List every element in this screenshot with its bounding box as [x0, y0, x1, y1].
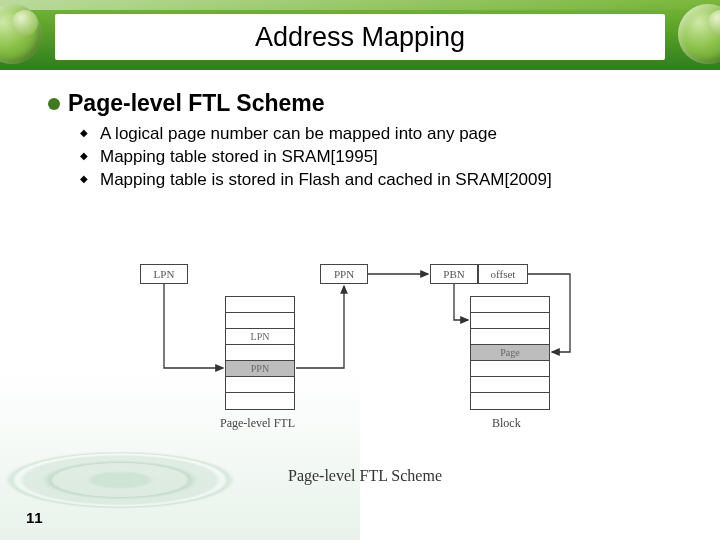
table-row [471, 329, 549, 345]
diagram-caption: Page-level FTL Scheme [130, 467, 600, 485]
decoration-right [678, 4, 720, 64]
page-number: 11 [26, 509, 43, 526]
slide-header: Address Mapping [0, 0, 720, 72]
pbn-box: PBN [430, 264, 478, 284]
section-title: Page-level FTL Scheme [68, 90, 325, 117]
table-row: Page [471, 345, 549, 361]
table-row [226, 297, 294, 313]
block-table-label: Block [492, 416, 521, 431]
table-row [471, 361, 549, 377]
ftl-table: LPN PPN [225, 296, 295, 410]
decoration-left [0, 4, 42, 64]
content-area: Page-level FTL Scheme A logical page num… [48, 90, 680, 192]
table-row: PPN [226, 361, 294, 377]
bullet-item: A logical page number can be mapped into… [80, 123, 680, 146]
ftl-diagram: LPN PPN PBN offset LPN PPN Page-level FT… [130, 260, 600, 485]
lpn-box: LPN [140, 264, 188, 284]
table-row [471, 377, 549, 393]
bullet-list: A logical page number can be mapped into… [80, 123, 680, 192]
ftl-table-label: Page-level FTL [220, 416, 295, 431]
slide-title: Address Mapping [255, 22, 465, 53]
table-row [226, 313, 294, 329]
bullet-item: Mapping table stored in SRAM[1995] [80, 146, 680, 169]
table-row [471, 313, 549, 329]
table-row [471, 297, 549, 313]
title-bar: Address Mapping [55, 14, 665, 60]
block-table: Page [470, 296, 550, 410]
ppn-top-box: PPN [320, 264, 368, 284]
table-row [471, 393, 549, 409]
table-row [226, 393, 294, 409]
table-row [226, 345, 294, 361]
offset-box: offset [478, 264, 528, 284]
table-row [226, 377, 294, 393]
section-heading: Page-level FTL Scheme [48, 90, 680, 117]
bullet-dot-icon [48, 98, 60, 110]
bullet-item: Mapping table is stored in Flash and cac… [80, 169, 680, 192]
table-row: LPN [226, 329, 294, 345]
